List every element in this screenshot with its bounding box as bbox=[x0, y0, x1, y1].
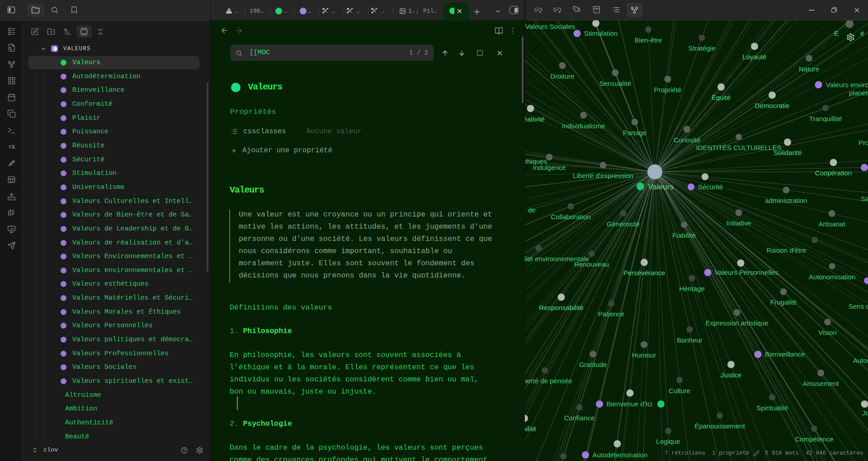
svg-text:Stimulation: Stimulation bbox=[584, 29, 618, 37]
svg-text:Partage: Partage bbox=[623, 129, 647, 136]
svg-text:Stabilité: Stabilité bbox=[525, 425, 537, 433]
svg-text:Bien-être: Bien-être bbox=[635, 36, 662, 44]
svg-text:Valeurs Personnelles: Valeurs Personnelles bbox=[715, 268, 778, 276]
svg-text:E: E bbox=[834, 29, 839, 37]
svg-text:Liberté de pensée: Liberté de pensée bbox=[525, 377, 572, 385]
svg-text:Vision: Vision bbox=[818, 329, 837, 336]
svg-text:Stratégie: Stratégie bbox=[688, 44, 715, 52]
svg-text:Individualisme: Individualisme bbox=[562, 122, 605, 130]
svg-text:Valeurs Sociales: Valeurs Sociales bbox=[525, 23, 576, 30]
svg-text:Expression artistique: Expression artistique bbox=[705, 319, 768, 327]
svg-text:Curiosité: Curiosité bbox=[674, 136, 700, 144]
svg-text:Tranquillité: Tranquillité bbox=[809, 115, 842, 122]
svg-text:Sensualité: Sensualité bbox=[599, 80, 631, 87]
svg-text:Épanouissement: Épanouissement bbox=[694, 422, 745, 430]
svg-text:Autonomisation: Autonomisation bbox=[809, 273, 855, 281]
svg-text:Démocratie: Démocratie bbox=[755, 102, 790, 109]
svg-text:Patience: Patience bbox=[598, 310, 624, 318]
svg-text:planétaires: planétaires bbox=[849, 89, 868, 97]
svg-text:Renouveau: Renouveau bbox=[574, 260, 609, 268]
svg-text:Fiabilité: Fiabilité bbox=[672, 231, 696, 239]
svg-text:Gratitude: Gratitude bbox=[579, 361, 607, 368]
svg-text:Logique: Logique bbox=[656, 437, 680, 445]
svg-text:Santé: Santé bbox=[861, 195, 868, 202]
svg-text:Coopération: Coopération bbox=[815, 169, 852, 177]
svg-text:Joie: Joie bbox=[862, 409, 868, 417]
svg-text:Sens critique: Sens critique bbox=[849, 302, 868, 310]
svg-text:Protection: Protection bbox=[859, 139, 868, 146]
svg-text:Autonomie: Autonomie bbox=[853, 357, 868, 364]
svg-text:Confiance: Confiance bbox=[564, 414, 595, 422]
svg-text:Raison d'être: Raison d'être bbox=[767, 246, 807, 254]
svg-text:Loyauté: Loyauté bbox=[742, 53, 766, 61]
svg-text:IDENTITÉS CULTURELLES: IDENTITÉS CULTURELLES bbox=[696, 144, 782, 151]
svg-text:Amusement: Amusement bbox=[802, 380, 839, 387]
svg-text:Justice: Justice bbox=[721, 371, 742, 379]
svg-text:Équité: Équité bbox=[712, 94, 731, 101]
svg-text:Valeurs environnementales: Valeurs environnementales bbox=[826, 81, 868, 89]
svg-text:Héritage: Héritage bbox=[679, 285, 705, 292]
svg-text:Persévérance: Persévérance bbox=[623, 269, 665, 277]
svg-text:Bienveillance: Bienveillance bbox=[765, 350, 805, 358]
svg-text:Liberté d'expression: Liberté d'expression bbox=[573, 172, 633, 179]
svg-text:Responsabilité: Responsabilité bbox=[539, 304, 583, 311]
svg-text:Propriété: Propriété bbox=[654, 86, 682, 94]
svg-text:Bienvenue d'Ici: Bienvenue d'Ici bbox=[607, 400, 652, 408]
svg-text:Artisanat: Artisanat bbox=[818, 220, 845, 228]
svg-text:administration: administration bbox=[765, 197, 807, 204]
svg-text:Valeurs: Valeurs bbox=[648, 183, 674, 191]
svg-text:Compétence: Compétence bbox=[795, 435, 833, 443]
svg-text:Générosité: Générosité bbox=[607, 220, 640, 228]
svg-text:Créativité: Créativité bbox=[525, 115, 545, 123]
svg-text:Humour: Humour bbox=[632, 351, 656, 359]
svg-text:Droiture: Droiture bbox=[550, 72, 574, 80]
svg-text:Frugalité: Frugalité bbox=[770, 298, 797, 306]
svg-text:Bonheur: Bonheur bbox=[677, 336, 703, 344]
svg-text:Culture: Culture bbox=[669, 387, 690, 395]
svg-text:de: de bbox=[528, 206, 536, 214]
svg-text:Solidarité: Solidarité bbox=[774, 149, 802, 156]
svg-text:Initiative: Initiative bbox=[726, 219, 751, 227]
svg-text:Spiritualité: Spiritualité bbox=[756, 404, 788, 412]
svg-text:Sécurité: Sécurité bbox=[698, 183, 723, 191]
svg-text:Collaboration: Collaboration bbox=[551, 213, 590, 221]
svg-text:Éthiques: Éthiques bbox=[525, 157, 547, 165]
svg-text:Autodétermination: Autodétermination bbox=[593, 451, 648, 459]
svg-text:é: é bbox=[860, 29, 864, 37]
svg-text:Nature: Nature bbox=[799, 65, 819, 73]
